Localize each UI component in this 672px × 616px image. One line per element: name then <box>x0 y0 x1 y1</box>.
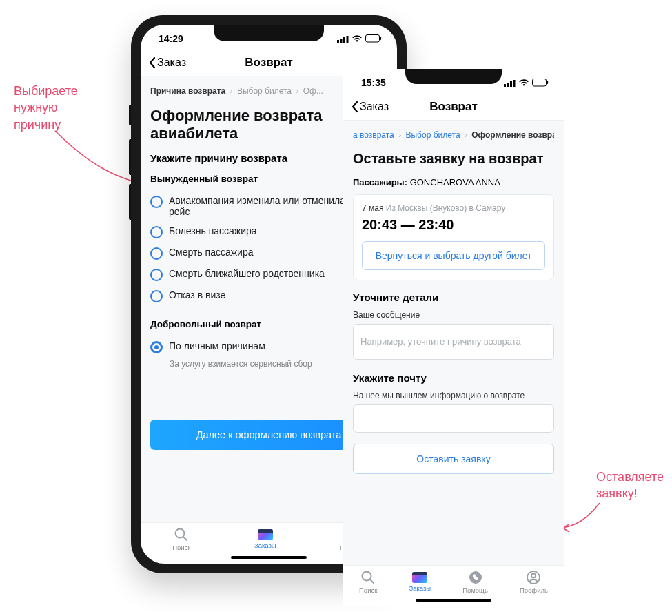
breadcrumb-step3[interactable]: Оф... <box>303 86 323 96</box>
reason-label: Болезнь пассажира <box>169 225 257 236</box>
svg-rect-12 <box>513 80 516 87</box>
details-label: Ваше сообщение <box>353 310 554 320</box>
svg-rect-9 <box>504 84 506 87</box>
chevron-left-icon <box>147 57 157 69</box>
phone2-screen: 15:35 Заказ Возврат а возврата › Выбор б… <box>343 69 564 606</box>
back-button[interactable]: Заказ <box>147 57 186 69</box>
search-icon <box>174 527 189 542</box>
email-label: На нее мы вышлем информацию о возврате <box>353 391 554 400</box>
svg-rect-10 <box>507 83 509 87</box>
nav-header: Заказ Возврат <box>343 96 564 121</box>
profile-icon <box>526 570 541 585</box>
breadcrumb-step1[interactable]: а возврата <box>353 130 394 140</box>
signal-icon <box>504 79 516 87</box>
status-time: 14:29 <box>159 33 183 44</box>
tab-orders[interactable]: Заказы <box>409 572 431 592</box>
reason-label: По личным причинам <box>169 340 265 351</box>
page-title: Оставьте заявку на возврат <box>353 151 554 167</box>
annotation-leave-request: Оставляете заявку! <box>596 469 664 502</box>
phone-2-crop: 15:35 Заказ Возврат а возврата › Выбор б… <box>343 69 564 606</box>
details-input[interactable] <box>353 324 554 360</box>
tab-orders[interactable]: Заказы <box>254 529 276 549</box>
reason-label: Смерть ближайшего родственника <box>169 268 325 279</box>
svg-rect-5 <box>380 37 382 41</box>
radio-icon <box>150 196 163 208</box>
tab-bar: Поиск Заказы Помощь Профиль <box>343 565 564 595</box>
breadcrumb-step2[interactable]: Выбор билета <box>405 130 460 140</box>
chevron-left-icon <box>350 101 360 113</box>
flight-date-route: 7 мая Из Москвы (Внуково) в Самару <box>362 203 545 213</box>
email-title: Укажите почту <box>353 372 554 384</box>
svg-rect-4 <box>366 35 380 43</box>
flight-times: 20:43 — 23:40 <box>362 217 545 233</box>
radio-icon <box>150 290 163 302</box>
radio-icon <box>150 269 163 281</box>
submit-button[interactable]: Оставить заявку <box>353 444 554 474</box>
search-icon <box>360 570 376 585</box>
reason-label: Смерть пассажира <box>169 247 254 258</box>
wifi-icon <box>352 34 363 43</box>
details-title: Уточните детали <box>353 291 554 303</box>
svg-line-16 <box>370 579 374 583</box>
breadcrumb-step1[interactable]: Причина возврата <box>150 86 225 96</box>
battery-icon <box>365 34 382 43</box>
passenger-name: GONCHAROVA ANNA <box>410 177 500 187</box>
radio-icon <box>150 247 163 260</box>
wallet-icon <box>258 529 273 540</box>
notch <box>405 69 502 84</box>
back-button[interactable]: Заказ <box>350 101 389 113</box>
email-input[interactable] <box>353 404 554 433</box>
notch <box>214 25 324 41</box>
svg-rect-11 <box>510 81 512 87</box>
status-time: 15:35 <box>361 77 386 88</box>
home-indicator <box>231 556 307 559</box>
content-area: а возврата › Выбор билета › Оформление в… <box>343 121 564 565</box>
signal-icon <box>337 35 349 43</box>
svg-point-19 <box>531 574 536 578</box>
breadcrumb-step3[interactable]: Оформление возврата <box>471 130 554 140</box>
breadcrumb-step2[interactable]: Выбор билета <box>237 86 292 96</box>
nav-title: Возврат <box>429 100 478 114</box>
home-indicator <box>416 599 491 602</box>
radio-icon <box>150 226 163 238</box>
svg-rect-0 <box>337 40 339 43</box>
tab-help[interactable]: Помощь <box>462 570 488 594</box>
reason-label: Авиакомпания изменила или отмениларейс <box>169 195 345 217</box>
change-ticket-button[interactable]: Вернуться и выбрать другой билет <box>362 241 545 270</box>
status-icons <box>504 79 549 87</box>
phone-icon <box>468 570 483 585</box>
arrow-right <box>558 503 613 537</box>
reason-label: Отказ в визе <box>169 289 225 300</box>
svg-line-7 <box>183 537 187 540</box>
tab-search[interactable]: Поиск <box>172 527 190 551</box>
tab-search[interactable]: Поиск <box>359 570 377 594</box>
svg-rect-2 <box>343 37 345 43</box>
svg-rect-13 <box>533 79 547 87</box>
flight-card: 7 мая Из Москвы (Внуково) в Самару 20:43… <box>353 194 554 280</box>
nav-title: Возврат <box>245 56 293 70</box>
wallet-icon <box>412 572 427 583</box>
battery-icon <box>532 79 549 87</box>
svg-rect-14 <box>547 81 549 85</box>
wifi-icon <box>518 79 529 87</box>
svg-rect-3 <box>347 36 349 43</box>
svg-rect-1 <box>340 39 343 43</box>
breadcrumb: а возврата › Выбор билета › Оформление в… <box>353 121 554 147</box>
status-icons <box>337 34 382 43</box>
radio-icon <box>150 341 163 353</box>
tab-profile[interactable]: Профиль <box>520 570 548 594</box>
passengers-line: Пассажиры: GONCHAROVA ANNA <box>353 177 554 187</box>
